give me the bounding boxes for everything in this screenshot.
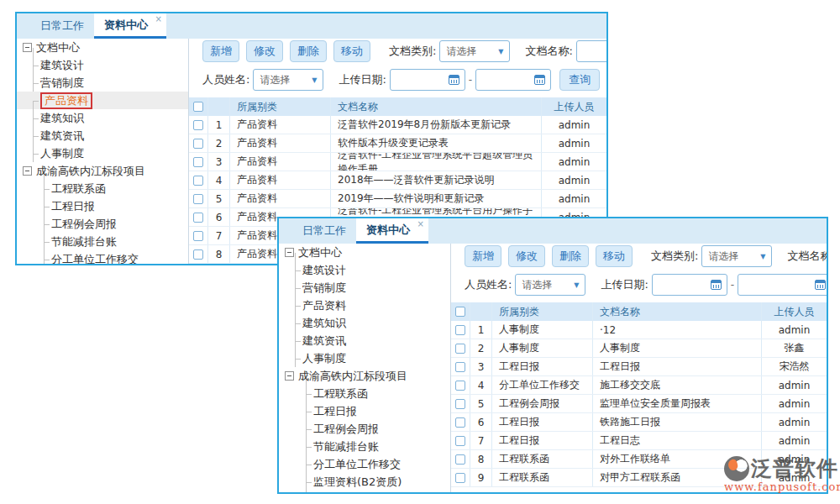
tree-item-renshizhidu[interactable]: 人事制度 [33, 144, 188, 162]
row-checkbox[interactable] [455, 473, 465, 483]
tree-item-label: 营销制度 [302, 281, 346, 296]
move-button[interactable]: 移动 [596, 245, 633, 267]
doc-name-input[interactable] [576, 40, 606, 62]
row-checkbox[interactable] [193, 176, 203, 186]
tree-root-label: 成渝高铁内江标段项目 [36, 164, 145, 179]
calendar-icon[interactable] [711, 280, 722, 290]
row-checkbox[interactable] [193, 249, 203, 260]
tree-item-jianzhusheji[interactable]: 建筑设计 [295, 261, 450, 279]
delete-button[interactable]: 删除 [290, 40, 327, 62]
collapse-icon[interactable] [23, 166, 32, 176]
collapse-icon[interactable] [23, 43, 32, 52]
collapse-icon[interactable] [285, 248, 294, 257]
row-checkbox[interactable] [455, 325, 465, 335]
tree-item-jianzhuzixun[interactable]: 建筑资讯 [33, 127, 188, 144]
row-checkbox[interactable] [193, 194, 203, 204]
tree-item-chanpinziliao[interactable]: 产品资料 [295, 297, 450, 314]
table-row[interactable]: 4分工单位工作移交施工移交交底admin [451, 376, 827, 395]
table-row[interactable]: 3产品资料泛普软件-工程企业管理系统平台超级管理员操作手册admin [189, 153, 606, 171]
table-row[interactable]: 3工程日报工程日报宋浩然 [451, 358, 827, 376]
tree-item-gclxh[interactable]: 工程联系函 [306, 385, 450, 402]
edit-button[interactable]: 修改 [246, 40, 283, 62]
tree-item-gcrb[interactable]: 工程日报 [306, 402, 450, 420]
row-checkbox[interactable] [455, 399, 465, 409]
table-row[interactable]: 7工程日报工程日志admin [451, 432, 827, 450]
date-range-separator: - [469, 74, 472, 86]
tree-root-doc-center[interactable]: 文档中心 [285, 244, 450, 261]
row-checkbox[interactable] [193, 139, 203, 149]
tree-item-jnjptz[interactable]: 节能减排台账 [306, 438, 450, 455]
person-select[interactable]: 请选择▼ [515, 274, 585, 296]
tree-item-fgdwgzyj[interactable]: 分工单位工作移交 [44, 250, 188, 264]
tree-item-gcrb[interactable]: 工程日报 [44, 197, 188, 215]
date-to-input[interactable] [475, 69, 551, 91]
tree-item-jianzhuzhishi[interactable]: 建筑知识 [33, 109, 188, 127]
tree-item-jianzhusheji[interactable]: 建筑设计 [33, 56, 188, 74]
row-checkbox[interactable] [193, 213, 203, 223]
row-checkbox[interactable] [455, 417, 465, 428]
date-from-input[interactable] [652, 274, 727, 296]
tree-root-doc-center[interactable]: 文档中心 [23, 39, 188, 56]
select-all-checkbox[interactable] [193, 102, 203, 112]
person-select[interactable]: 请选择▼ [253, 69, 323, 91]
table-row[interactable]: 4产品资料2018年——泛普软件更新记录说明admin [189, 171, 606, 190]
tab-data-center[interactable]: 资料中心 × [94, 13, 166, 39]
table-row[interactable]: 5工程例会周报监理单位安全质量周报表admin [451, 395, 827, 413]
watermark-url: www.fanpusoft.com [724, 480, 840, 493]
tree-item-gclhzb[interactable]: 工程例会周报 [44, 215, 188, 233]
add-button[interactable]: 新增 [202, 40, 239, 62]
tree-item-jlzl-b2[interactable]: 监理资料(B2资质) [306, 473, 450, 491]
tree-item-label: 分工单位工作移交 [51, 252, 139, 265]
row-checkbox[interactable] [193, 157, 203, 167]
search-button[interactable]: 查询 [559, 69, 600, 91]
table-row[interactable]: 5产品资料2019年——软件说明和更新记录admin [189, 190, 606, 208]
table-row[interactable]: 6工程日报铁路施工日报admin [451, 413, 827, 432]
select-all-checkbox[interactable] [455, 307, 465, 317]
tree-item-selected-product-data[interactable]: 产品资料 [33, 92, 188, 109]
calendar-icon[interactable] [449, 75, 459, 85]
tab-data-center[interactable]: 资料中心 × [356, 218, 428, 244]
doc-name-column-header: 文档名称 [330, 97, 541, 116]
row-checkbox[interactable] [455, 454, 465, 465]
table-row[interactable]: 1人事制度·12admin [451, 321, 827, 339]
collapse-icon[interactable] [285, 371, 294, 381]
row-uploader: admin [761, 321, 827, 339]
tree-item-yingxiaozhidu[interactable]: 营销制度 [295, 279, 450, 297]
row-checkbox[interactable] [455, 436, 465, 446]
tree-item-jianzhuzhishi[interactable]: 建筑知识 [295, 314, 450, 332]
add-button[interactable]: 新增 [465, 245, 501, 267]
calendar-icon[interactable] [815, 280, 826, 290]
table-row[interactable]: 1产品资料泛普软件2019年8月份新版本更新记录admin [189, 116, 606, 134]
tree-root-project[interactable]: 成渝高铁内江标段项目 [285, 367, 450, 385]
close-icon[interactable]: × [417, 219, 424, 229]
row-checkbox[interactable] [455, 362, 465, 372]
table-row[interactable]: 2产品资料软件版本升级变更记录表admin [189, 134, 606, 153]
tree-item-clipped[interactable]: 监理细则(B2资质) [306, 491, 450, 492]
date-from-input[interactable] [390, 69, 465, 91]
tree-item-fgdwgzyj[interactable]: 分工单位工作移交 [306, 455, 450, 473]
edit-button[interactable]: 修改 [508, 245, 545, 267]
row-checkbox[interactable] [455, 381, 465, 391]
table-row[interactable]: 2人事制度人事制度张鑫 [451, 339, 827, 358]
tree-item-gclhzb[interactable]: 工程例会周报 [306, 420, 450, 438]
doc-type-select[interactable]: 请选择▼ [701, 245, 772, 267]
tree-root-project[interactable]: 成渝高铁内江标段项目 [23, 162, 188, 180]
tree-item-jianzhuzixun[interactable]: 建筑资讯 [295, 332, 450, 349]
tree-item-yingxiaozhidu[interactable]: 营销制度 [33, 74, 188, 92]
row-checkbox[interactable] [193, 120, 203, 130]
doc-type-select[interactable]: 请选择▼ [439, 40, 510, 62]
tree-item-jnjptz[interactable]: 节能减排台账 [44, 233, 188, 250]
calendar-icon[interactable] [534, 75, 545, 85]
tab-daily-work[interactable]: 日常工作 [292, 218, 356, 244]
fanpu-logo-icon [724, 456, 749, 481]
tree-item-renshizhidu[interactable]: 人事制度 [295, 349, 450, 367]
row-uploader: admin [541, 190, 606, 207]
row-checkbox[interactable] [455, 344, 465, 354]
close-icon[interactable]: × [155, 14, 162, 24]
tree-item-gclxh[interactable]: 工程联系函 [44, 180, 188, 197]
date-to-input[interactable] [738, 274, 827, 296]
tab-daily-work[interactable]: 日常工作 [30, 13, 94, 39]
delete-button[interactable]: 删除 [552, 245, 589, 267]
move-button[interactable]: 移动 [333, 40, 370, 62]
row-checkbox[interactable] [193, 231, 203, 241]
